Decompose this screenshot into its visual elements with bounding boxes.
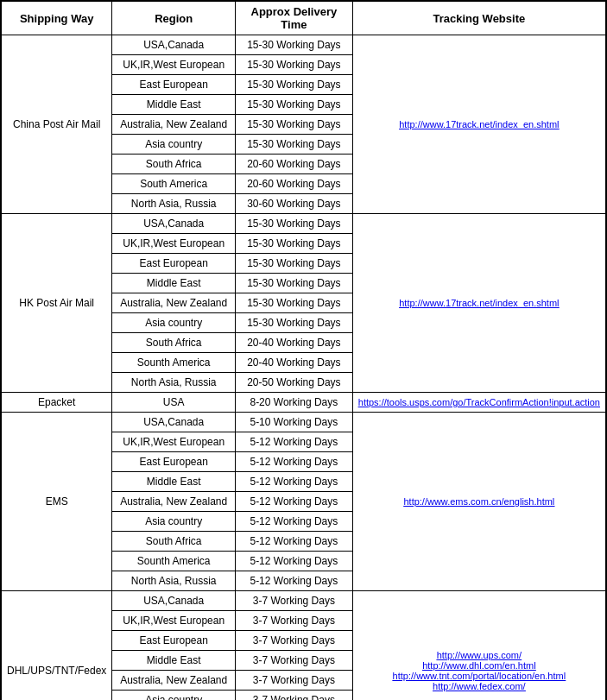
delivery-cell: 15-30 Working Days [235,95,352,115]
tracking-link[interactable]: http://www.17track.net/index_en.shtml [399,298,559,308]
region-cell: Asia country [112,135,236,155]
header-delivery: Approx Delivery Time [235,1,352,35]
delivery-cell: 5-12 Working Days [235,452,352,472]
header-region: Region [112,1,236,35]
region-cell: Australia, New Zealand [112,293,236,313]
region-cell: Middle East [112,274,236,293]
region-cell: South America [112,174,236,194]
delivery-cell: 3-7 Working Days [235,591,352,611]
delivery-cell: 3-7 Working Days [235,651,352,671]
region-cell: Australia, New Zealand [112,492,236,512]
delivery-cell: 15-30 Working Days [235,135,352,155]
delivery-cell: 15-30 Working Days [235,75,352,95]
region-cell: Australia, New Zealand [112,115,236,135]
region-cell: Middle East [112,472,236,492]
delivery-cell: 15-30 Working Days [235,214,352,234]
tracking-cell-1[interactable]: http://www.17track.net/index_en.shtml [352,214,606,393]
region-cell: Sounth America [112,353,236,373]
tracking-cell-0[interactable]: http://www.17track.net/index_en.shtml [352,35,606,214]
region-cell: UK,IR,West European [112,432,236,452]
delivery-cell: 5-10 Working Days [235,413,352,432]
region-cell: UK,IR,West European [112,55,236,75]
delivery-cell: 5-12 Working Days [235,552,352,571]
region-cell: Australia, New Zealand [112,671,236,691]
delivery-cell: 5-12 Working Days [235,472,352,492]
delivery-cell: 20-40 Working Days [235,353,352,373]
tracking-link-1[interactable]: http://www.dhl.com/en.html [358,660,600,671]
region-cell: Sounth America [112,552,236,571]
shipping-way-0: China Post Air Mail [1,35,112,214]
delivery-cell: 3-7 Working Days [235,671,352,691]
delivery-cell: 5-12 Working Days [235,532,352,552]
shipping-way-2: Epacket [1,393,112,413]
region-cell: Middle East [112,95,236,115]
header-tracking: Tracking Website [352,1,606,35]
delivery-cell: 15-30 Working Days [235,254,352,274]
tracking-link[interactable]: http://www.ems.com.cn/english.html [403,496,554,507]
region-cell: South Africa [112,532,236,552]
shipping-way-1: HK Post Air Mail [1,214,112,393]
region-cell: UK,IR,West European [112,611,236,631]
delivery-cell: 20-40 Working Days [235,333,352,353]
shipping-way-4: DHL/UPS/TNT/Fedex [1,591,112,701]
region-cell: USA,Canada [112,214,236,234]
delivery-cell: 30-60 Working Days [235,194,352,214]
delivery-cell: 15-30 Working Days [235,313,352,333]
region-cell: Asia country [112,691,236,701]
delivery-cell: 8-20 Working Days [235,393,352,413]
delivery-cell: 15-30 Working Days [235,274,352,293]
region-cell: North Asia, Russia [112,194,236,214]
shipping-way-3: EMS [1,413,112,591]
delivery-cell: 5-12 Working Days [235,512,352,532]
region-cell: Middle East [112,651,236,671]
region-cell: Asia country [112,512,236,532]
region-cell: USA,Canada [112,35,236,55]
tracking-cell-4[interactable]: http://www.ups.com/http://www.dhl.com/en… [352,591,606,701]
delivery-cell: 5-12 Working Days [235,492,352,512]
delivery-cell: 3-7 Working Days [235,691,352,701]
header-shipping-way: Shipping Way [1,1,112,35]
delivery-cell: 20-60 Working Days [235,174,352,194]
delivery-cell: 15-30 Working Days [235,115,352,135]
region-cell: East European [112,452,236,472]
delivery-cell: 5-12 Working Days [235,571,352,591]
region-cell: East European [112,75,236,95]
tracking-link-3[interactable]: http://www.fedex.com/ [358,681,600,691]
tracking-link-2[interactable]: http://www.tnt.com/portal/location/en.ht… [358,671,600,681]
delivery-cell: 20-60 Working Days [235,155,352,174]
region-cell: USA,Canada [112,413,236,432]
region-cell: UK,IR,West European [112,234,236,254]
region-cell: Asia country [112,313,236,333]
delivery-cell: 15-30 Working Days [235,293,352,313]
delivery-cell: 5-12 Working Days [235,432,352,452]
region-cell: East European [112,631,236,651]
region-cell: USA,Canada [112,591,236,611]
tracking-link[interactable]: https://tools.usps.com/go/TrackConfirmAc… [358,397,600,407]
tracking-link[interactable]: http://www.17track.net/index_en.shtml [399,119,559,129]
region-cell: South Africa [112,333,236,353]
region-cell: South Africa [112,155,236,174]
delivery-cell: 3-7 Working Days [235,611,352,631]
delivery-cell: 15-30 Working Days [235,234,352,254]
tracking-cell-3[interactable]: http://www.ems.com.cn/english.html [352,413,606,591]
region-cell: East European [112,254,236,274]
delivery-cell: 3-7 Working Days [235,631,352,651]
delivery-cell: 15-30 Working Days [235,55,352,75]
tracking-cell-2[interactable]: https://tools.usps.com/go/TrackConfirmAc… [352,393,606,413]
region-cell: North Asia, Russia [112,571,236,591]
shipping-table: Shipping Way Region Approx Delivery Time… [0,0,607,700]
delivery-cell: 20-50 Working Days [235,373,352,393]
tracking-link-0[interactable]: http://www.ups.com/ [358,650,600,660]
region-cell: USA [112,393,236,413]
delivery-cell: 15-30 Working Days [235,35,352,55]
region-cell: North Asia, Russia [112,373,236,393]
